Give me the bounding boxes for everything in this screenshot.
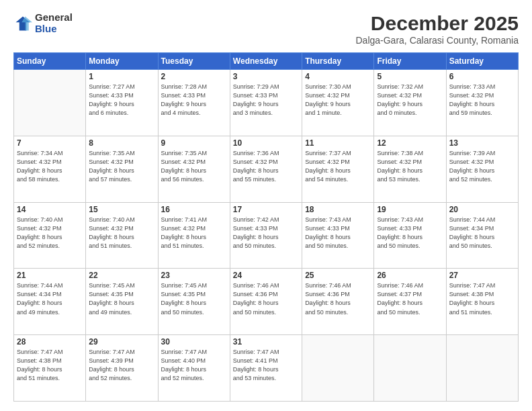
calendar-week-4: 28Sunrise: 7:47 AM Sunset: 4:38 PM Dayli…: [14, 335, 519, 402]
day-info: Sunrise: 7:44 AM Sunset: 4:34 PM Dayligh…: [449, 216, 515, 250]
day-info: Sunrise: 7:34 AM Sunset: 4:32 PM Dayligh…: [17, 149, 83, 184]
calendar-cell-1-4: 11Sunrise: 7:37 AM Sunset: 4:32 PM Dayli…: [302, 136, 374, 202]
calendar-week-2: 14Sunrise: 7:40 AM Sunset: 4:32 PM Dayli…: [14, 202, 519, 269]
logo-blue-text: Blue: [35, 24, 73, 35]
day-number: 2: [161, 72, 227, 81]
col-wednesday: Wednesday: [230, 53, 302, 70]
day-number: 4: [305, 72, 371, 81]
day-info: Sunrise: 7:45 AM Sunset: 4:35 PM Dayligh…: [161, 281, 227, 316]
day-number: 25: [305, 271, 371, 280]
calendar-cell-4-1: 29Sunrise: 7:47 AM Sunset: 4:39 PM Dayli…: [86, 335, 158, 402]
day-info: Sunrise: 7:45 AM Sunset: 4:35 PM Dayligh…: [89, 281, 154, 316]
day-info: Sunrise: 7:40 AM Sunset: 4:32 PM Dayligh…: [89, 216, 154, 250]
calendar-week-3: 21Sunrise: 7:44 AM Sunset: 4:34 PM Dayli…: [14, 269, 519, 335]
col-sunday: Sunday: [14, 53, 86, 70]
calendar-cell-0-1: 1Sunrise: 7:27 AM Sunset: 4:33 PM Daylig…: [86, 70, 158, 136]
day-info: Sunrise: 7:46 AM Sunset: 4:37 PM Dayligh…: [377, 281, 443, 316]
day-number: 1: [89, 72, 154, 81]
day-info: Sunrise: 7:42 AM Sunset: 4:33 PM Dayligh…: [233, 216, 299, 250]
calendar-cell-4-0: 28Sunrise: 7:47 AM Sunset: 4:38 PM Dayli…: [14, 335, 86, 402]
calendar-cell-2-3: 17Sunrise: 7:42 AM Sunset: 4:33 PM Dayli…: [230, 202, 302, 269]
day-number: 31: [233, 337, 299, 347]
day-info: Sunrise: 7:43 AM Sunset: 4:33 PM Dayligh…: [377, 216, 443, 250]
calendar-cell-2-6: 20Sunrise: 7:44 AM Sunset: 4:34 PM Dayli…: [446, 202, 518, 269]
day-number: 3: [233, 72, 299, 81]
col-thursday: Thursday: [302, 53, 374, 70]
calendar-cell-0-4: 4Sunrise: 7:30 AM Sunset: 4:32 PM Daylig…: [302, 70, 374, 136]
day-number: 24: [233, 271, 299, 280]
day-number: 6: [449, 72, 515, 81]
title-section: December 2025 Dalga-Gara, Calarasi Count…: [355, 12, 519, 46]
day-number: 21: [17, 271, 83, 280]
day-info: Sunrise: 7:43 AM Sunset: 4:33 PM Dayligh…: [305, 216, 371, 250]
calendar-cell-1-1: 8Sunrise: 7:35 AM Sunset: 4:32 PM Daylig…: [86, 136, 158, 202]
day-number: 7: [17, 138, 83, 148]
day-number: 8: [89, 138, 154, 148]
logo: General Blue: [13, 12, 73, 34]
calendar-cell-0-5: 5Sunrise: 7:32 AM Sunset: 4:32 PM Daylig…: [374, 70, 446, 136]
calendar-cell-3-4: 25Sunrise: 7:46 AM Sunset: 4:36 PM Dayli…: [302, 269, 374, 335]
calendar-cell-1-3: 10Sunrise: 7:36 AM Sunset: 4:32 PM Dayli…: [230, 136, 302, 202]
calendar-cell-0-2: 2Sunrise: 7:28 AM Sunset: 4:33 PM Daylig…: [158, 70, 230, 136]
logo-text: General Blue: [35, 12, 73, 34]
day-info: Sunrise: 7:44 AM Sunset: 4:34 PM Dayligh…: [17, 281, 83, 316]
header: General Blue December 2025 Dalga-Gara, C…: [13, 12, 519, 46]
logo-general-text: General: [35, 12, 73, 24]
day-info: Sunrise: 7:36 AM Sunset: 4:32 PM Dayligh…: [233, 149, 299, 184]
day-number: 12: [377, 138, 443, 148]
day-info: Sunrise: 7:47 AM Sunset: 4:38 PM Dayligh…: [449, 281, 515, 316]
day-info: Sunrise: 7:28 AM Sunset: 4:33 PM Dayligh…: [161, 83, 227, 118]
calendar-cell-3-0: 21Sunrise: 7:44 AM Sunset: 4:34 PM Dayli…: [14, 269, 86, 335]
calendar-cell-1-6: 13Sunrise: 7:39 AM Sunset: 4:32 PM Dayli…: [446, 136, 518, 202]
day-number: 20: [449, 205, 515, 214]
day-info: Sunrise: 7:37 AM Sunset: 4:32 PM Dayligh…: [305, 149, 371, 184]
calendar-cell-1-5: 12Sunrise: 7:38 AM Sunset: 4:32 PM Dayli…: [374, 136, 446, 202]
day-info: Sunrise: 7:30 AM Sunset: 4:32 PM Dayligh…: [305, 83, 371, 118]
day-info: Sunrise: 7:47 AM Sunset: 4:41 PM Dayligh…: [233, 348, 299, 383]
calendar-cell-3-3: 24Sunrise: 7:46 AM Sunset: 4:36 PM Dayli…: [230, 269, 302, 335]
calendar-week-1: 7Sunrise: 7:34 AM Sunset: 4:32 PM Daylig…: [14, 136, 519, 202]
day-info: Sunrise: 7:35 AM Sunset: 4:32 PM Dayligh…: [161, 149, 227, 184]
day-number: 17: [233, 205, 299, 214]
day-info: Sunrise: 7:47 AM Sunset: 4:40 PM Dayligh…: [161, 348, 227, 383]
day-number: 27: [449, 271, 515, 280]
calendar-cell-1-0: 7Sunrise: 7:34 AM Sunset: 4:32 PM Daylig…: [14, 136, 86, 202]
day-number: 15: [89, 205, 154, 214]
col-saturday: Saturday: [446, 53, 518, 70]
day-info: Sunrise: 7:35 AM Sunset: 4:32 PM Dayligh…: [89, 149, 154, 184]
day-number: 22: [89, 271, 154, 280]
logo-icon: [13, 14, 32, 33]
day-number: 9: [161, 138, 227, 148]
main-title: December 2025: [355, 12, 519, 35]
day-info: Sunrise: 7:41 AM Sunset: 4:32 PM Dayligh…: [161, 216, 227, 250]
subtitle: Dalga-Gara, Calarasi County, Romania: [355, 35, 519, 46]
day-info: Sunrise: 7:29 AM Sunset: 4:33 PM Dayligh…: [233, 83, 299, 118]
day-info: Sunrise: 7:32 AM Sunset: 4:32 PM Dayligh…: [377, 83, 443, 118]
calendar-cell-4-3: 31Sunrise: 7:47 AM Sunset: 4:41 PM Dayli…: [230, 335, 302, 402]
calendar-cell-2-1: 15Sunrise: 7:40 AM Sunset: 4:32 PM Dayli…: [86, 202, 158, 269]
day-number: 14: [17, 205, 83, 214]
calendar-cell-4-5: [374, 335, 446, 402]
calendar-cell-4-4: [302, 335, 374, 402]
col-monday: Monday: [86, 53, 158, 70]
day-number: 23: [161, 271, 227, 280]
day-number: 26: [377, 271, 443, 280]
col-tuesday: Tuesday: [158, 53, 230, 70]
day-info: Sunrise: 7:39 AM Sunset: 4:32 PM Dayligh…: [449, 149, 515, 184]
calendar-cell-2-4: 18Sunrise: 7:43 AM Sunset: 4:33 PM Dayli…: [302, 202, 374, 269]
calendar-cell-2-5: 19Sunrise: 7:43 AM Sunset: 4:33 PM Dayli…: [374, 202, 446, 269]
col-friday: Friday: [374, 53, 446, 70]
calendar-cell-4-2: 30Sunrise: 7:47 AM Sunset: 4:40 PM Dayli…: [158, 335, 230, 402]
page: General Blue December 2025 Dalga-Gara, C…: [0, 0, 532, 411]
calendar-cell-3-6: 27Sunrise: 7:47 AM Sunset: 4:38 PM Dayli…: [446, 269, 518, 335]
calendar-cell-2-0: 14Sunrise: 7:40 AM Sunset: 4:32 PM Dayli…: [14, 202, 86, 269]
calendar-header-row: Sunday Monday Tuesday Wednesday Thursday…: [14, 53, 519, 70]
day-number: 10: [233, 138, 299, 148]
calendar-cell-3-2: 23Sunrise: 7:45 AM Sunset: 4:35 PM Dayli…: [158, 269, 230, 335]
day-info: Sunrise: 7:33 AM Sunset: 4:32 PM Dayligh…: [449, 83, 515, 118]
day-number: 30: [161, 337, 227, 347]
calendar-week-0: 1Sunrise: 7:27 AM Sunset: 4:33 PM Daylig…: [14, 70, 519, 136]
day-info: Sunrise: 7:46 AM Sunset: 4:36 PM Dayligh…: [305, 281, 371, 316]
calendar-cell-4-6: [446, 335, 518, 402]
day-info: Sunrise: 7:27 AM Sunset: 4:33 PM Dayligh…: [89, 83, 154, 118]
